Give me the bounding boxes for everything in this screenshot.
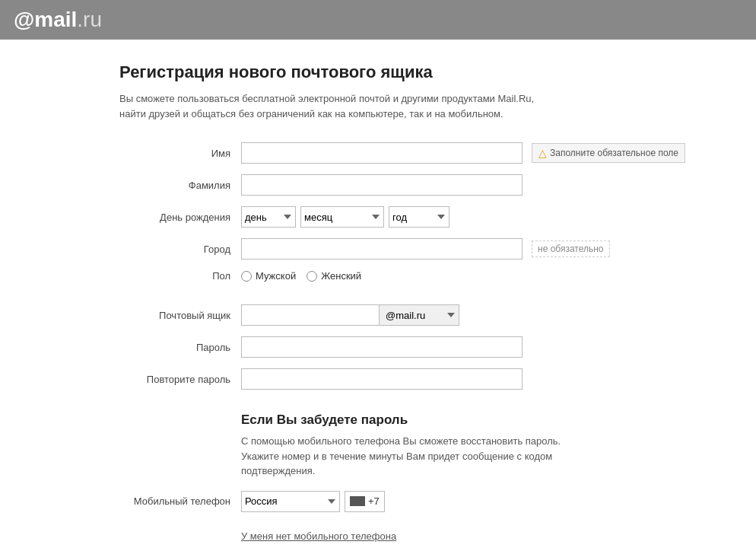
- recovery-desc: С помощью мобильного телефона Вы сможете…: [241, 434, 606, 479]
- first-name-control: △ Заполните обязательное поле: [241, 142, 685, 164]
- gender-female-option[interactable]: Женский: [307, 270, 361, 282]
- password-row: Пароль: [119, 336, 637, 358]
- last-name-control: [241, 174, 637, 196]
- email-row: Почтовый ящик @mail.ru @inbox.ru @bk.ru …: [119, 304, 637, 326]
- password-label: Пароль: [119, 342, 241, 353]
- birthday-control: день месяц год: [241, 206, 637, 228]
- optional-hint: не обязательно: [532, 240, 610, 257]
- gender-label: Пол: [119, 270, 241, 282]
- page-subtitle: Вы сможете пользоваться бесплатной элект…: [119, 91, 561, 121]
- logo-mail: mail: [34, 8, 77, 32]
- birthday-month-select[interactable]: месяц: [300, 206, 384, 228]
- validation-tooltip: △ Заполните обязательное поле: [532, 143, 685, 163]
- email-input[interactable]: [241, 304, 380, 326]
- gender-row: Пол Мужской Женский: [119, 270, 637, 282]
- birthday-day-select[interactable]: день: [241, 206, 296, 228]
- birthday-label: День рождения: [119, 212, 241, 223]
- logo: @ mail .ru: [14, 8, 102, 32]
- validation-text: Заполните обязательное поле: [550, 148, 678, 158]
- password-confirm-row: Повторите пароль: [119, 368, 637, 390]
- radio-female: [307, 271, 317, 282]
- recovery-desc-line2: Укажите номер и в течение минуты Вам при…: [241, 451, 552, 477]
- page-title: Регистрация нового почтового ящика: [119, 62, 637, 82]
- phone-number-wrapper: +7: [345, 491, 385, 512]
- main-content: Регистрация нового почтового ящика Вы см…: [104, 40, 652, 551]
- logo-at: @: [14, 8, 34, 32]
- birthday-year-select[interactable]: год: [389, 206, 449, 228]
- city-control: не обязательно: [241, 238, 637, 260]
- phone-flag-icon: [350, 496, 365, 506]
- domain-select[interactable]: @mail.ru @inbox.ru @bk.ru @list.ru: [380, 304, 459, 326]
- first-name-row: Имя △ Заполните обязательное поле: [119, 142, 637, 164]
- recovery-desc-line1: С помощью мобильного телефона Вы сможете…: [241, 435, 561, 447]
- password-confirm-input[interactable]: [241, 368, 523, 390]
- email-control: @mail.ru @inbox.ru @bk.ru @list.ru: [241, 304, 637, 326]
- no-phone-link[interactable]: У меня нет мобильного телефона: [241, 530, 396, 542]
- warning-icon: △: [538, 147, 547, 159]
- password-recovery-section: Если Вы забудете пароль С помощью мобиль…: [241, 412, 637, 479]
- radio-male: [241, 271, 252, 282]
- password-control: [241, 336, 637, 358]
- logo-ru: .ru: [77, 8, 102, 32]
- birthday-row: День рождения день месяц год: [119, 206, 637, 228]
- phone-group: Россия +7: [241, 491, 385, 512]
- phone-prefix: +7: [368, 495, 380, 507]
- recovery-heading: Если Вы забудете пароль: [241, 412, 637, 428]
- no-phone-row: У меня нет мобильного телефона: [119, 523, 637, 542]
- first-name-input[interactable]: [241, 142, 523, 164]
- city-label: Город: [119, 244, 241, 255]
- phone-label: Мобильный телефон: [119, 495, 241, 507]
- password-confirm-control: [241, 368, 637, 390]
- birthday-group: день месяц год: [241, 206, 449, 228]
- gender-male-label: Мужской: [256, 270, 296, 282]
- last-name-row: Фамилия: [119, 174, 637, 196]
- password-input[interactable]: [241, 336, 523, 358]
- phone-row: Мобильный телефон Россия +7: [119, 491, 637, 512]
- gender-male-option[interactable]: Мужской: [241, 270, 296, 282]
- gender-female-label: Женский: [321, 270, 361, 282]
- first-name-label: Имя: [119, 148, 241, 159]
- city-row: Город не обязательно: [119, 238, 637, 260]
- gender-control: Мужской Женский: [241, 270, 637, 282]
- email-group: @mail.ru @inbox.ru @bk.ru @list.ru: [241, 304, 459, 326]
- phone-country-select[interactable]: Россия: [241, 491, 340, 512]
- email-label: Почтовый ящик: [119, 310, 241, 321]
- password-confirm-label: Повторите пароль: [119, 374, 241, 385]
- gender-group: Мужской Женский: [241, 270, 361, 282]
- last-name-label: Фамилия: [119, 180, 241, 191]
- header: @ mail .ru: [0, 0, 756, 40]
- last-name-input[interactable]: [241, 174, 523, 196]
- city-input[interactable]: [241, 238, 523, 260]
- phone-control: Россия +7: [241, 491, 637, 512]
